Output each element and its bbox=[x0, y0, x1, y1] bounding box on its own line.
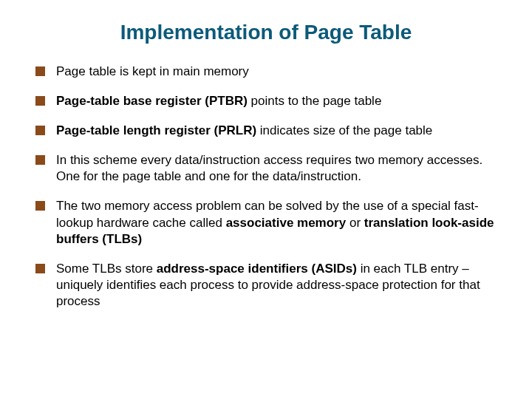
list-item: Page-table length register (PRLR) indica… bbox=[35, 123, 497, 139]
list-item: In this scheme every data/instruction ac… bbox=[35, 152, 497, 185]
bullet-text: points to the page table bbox=[248, 94, 381, 108]
list-item: Page-table base register (PTBR) points t… bbox=[35, 93, 497, 109]
bullet-text: Page table is kept in main memory bbox=[56, 64, 249, 78]
bullet-bold: Page-table base register (PTBR) bbox=[56, 94, 248, 108]
bullet-text: Some TLBs store bbox=[56, 262, 157, 276]
bullet-bold: associative memory bbox=[226, 216, 347, 230]
bullet-text: In this scheme every data/instruction ac… bbox=[56, 153, 482, 183]
list-item: Some TLBs store address-space identifier… bbox=[35, 261, 497, 310]
bullet-text: indicates size of the page table bbox=[256, 123, 432, 137]
bullet-text: or bbox=[346, 216, 364, 230]
bullet-bold: Page-table length register (PRLR) bbox=[56, 123, 256, 137]
slide-title: Implementation of Page Table bbox=[35, 21, 497, 44]
slide: Implementation of Page Table Page table … bbox=[0, 0, 532, 399]
bullet-list: Page table is kept in main memory Page-t… bbox=[35, 64, 497, 310]
list-item: The two memory access problem can be sol… bbox=[35, 198, 497, 247]
list-item: Page table is kept in main memory bbox=[35, 64, 497, 80]
bullet-bold: address-space identifiers (ASIDs) bbox=[157, 262, 357, 276]
